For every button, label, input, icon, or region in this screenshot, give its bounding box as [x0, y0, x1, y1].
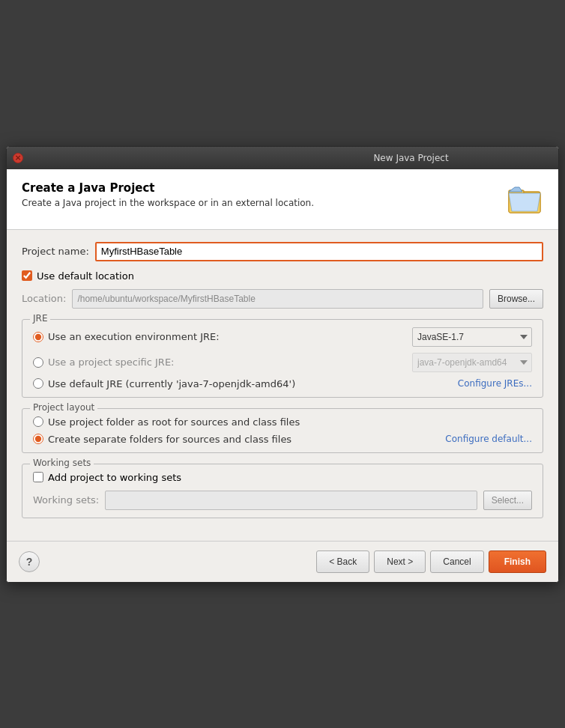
use-default-location-row: Use default location	[22, 270, 543, 282]
window: New Java Project Create a Java Project C…	[6, 146, 559, 583]
jre-option2-row: Use a project specific JRE: java-7-openj…	[33, 353, 532, 372]
layout-option1-label[interactable]: Use project folder as root for sources a…	[48, 416, 532, 428]
back-button[interactable]: < Back	[316, 550, 369, 573]
jre-option1-row: Use an execution environment JRE: JavaSE…	[33, 327, 532, 347]
add-working-sets-label[interactable]: Add project to working sets	[48, 472, 181, 483]
project-layout-group-title: Project layout	[30, 402, 97, 413]
working-sets-select-button: Select...	[483, 491, 532, 510]
working-sets-group: Working sets Add project to working sets…	[22, 464, 543, 518]
project-name-row: Project name:	[22, 242, 543, 261]
footer-left: ?	[19, 551, 40, 572]
project-name-input[interactable]	[95, 242, 543, 261]
use-default-location-label[interactable]: Use default location	[37, 270, 134, 282]
location-row: Location: Browse...	[22, 289, 543, 309]
jre-option3-row: Use default JRE (currently 'java-7-openj…	[33, 378, 532, 389]
jre-option1-radio[interactable]	[33, 332, 43, 342]
location-input	[72, 289, 483, 309]
jre-group-title: JRE	[30, 313, 50, 324]
folder-icon	[507, 181, 543, 217]
layout-option1-radio[interactable]	[33, 416, 43, 427]
footer: ? < Back Next > Cancel Finish	[7, 541, 558, 582]
jre-option2-label[interactable]: Use a project specific JRE:	[48, 357, 412, 368]
finish-button[interactable]: Finish	[489, 550, 546, 573]
content: Project name: Use default location Locat…	[7, 230, 558, 541]
layout-option2-row: Create separate folders for sources and …	[33, 434, 532, 445]
working-sets-input-row: Working sets: Select...	[33, 491, 532, 510]
configure-default-link[interactable]: Configure default...	[445, 434, 532, 444]
jre-option1-label[interactable]: Use an execution environment JRE:	[48, 331, 412, 342]
working-sets-group-title: Working sets	[30, 458, 94, 468]
help-button[interactable]: ?	[19, 551, 40, 572]
working-sets-input	[105, 491, 477, 510]
footer-right: < Back Next > Cancel Finish	[316, 550, 546, 573]
window-title: New Java Project	[285, 153, 537, 163]
next-button[interactable]: Next >	[374, 550, 426, 573]
cancel-button[interactable]: Cancel	[430, 550, 483, 573]
jre-option3-label[interactable]: Use default JRE (currently 'java-7-openj…	[48, 378, 458, 389]
jre-option3-radio[interactable]	[33, 378, 43, 389]
add-to-working-sets-row: Add project to working sets	[33, 472, 532, 483]
jre-group: JRE Use an execution environment JRE: Ja…	[22, 319, 543, 398]
add-working-sets-checkbox[interactable]	[33, 472, 43, 482]
title-bar: New Java Project	[7, 147, 558, 169]
project-name-label: Project name:	[22, 246, 89, 257]
working-sets-label: Working sets:	[33, 494, 99, 506]
layout-option1-row: Use project folder as root for sources a…	[33, 416, 532, 428]
location-label: Location:	[22, 293, 66, 304]
dialog-title: Create a Java Project	[22, 181, 314, 195]
jre-specific-select: java-7-openjdk-amd64	[412, 353, 532, 372]
jre-environment-select[interactable]: JavaSE-1.7 JavaSE-1.6 JavaSE-1.8	[412, 327, 532, 347]
use-default-location-checkbox[interactable]	[22, 270, 32, 281]
layout-option2-label[interactable]: Create separate folders for sources and …	[48, 434, 445, 445]
layout-option2-radio[interactable]	[33, 434, 43, 444]
dialog-subtitle: Create a Java project in the workspace o…	[22, 198, 314, 208]
project-layout-group: Project layout Use project folder as roo…	[22, 408, 543, 453]
header-text: Create a Java Project Create a Java proj…	[22, 181, 314, 208]
browse-button[interactable]: Browse...	[489, 289, 543, 309]
configure-jres-link[interactable]: Configure JREs...	[458, 378, 532, 389]
close-button[interactable]	[13, 153, 23, 163]
header-section: Create a Java Project Create a Java proj…	[7, 169, 558, 230]
jre-option2-radio[interactable]	[33, 357, 43, 368]
